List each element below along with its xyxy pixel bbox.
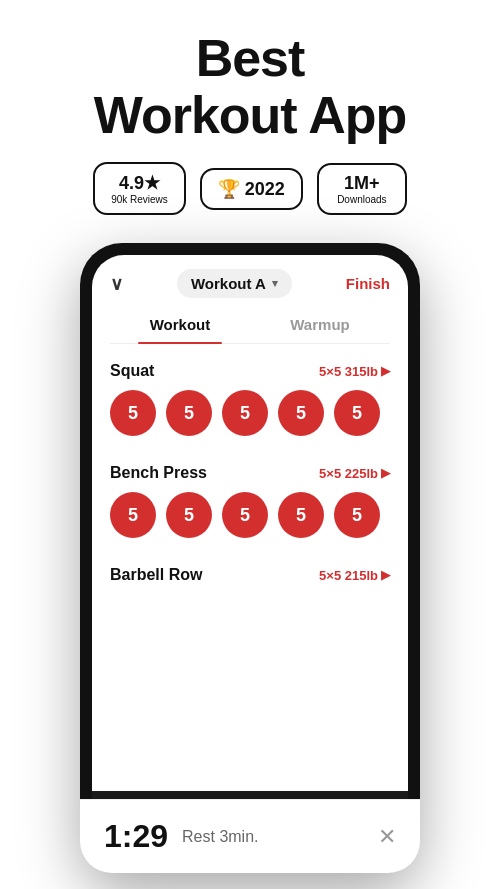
phone-screen: ∨ Workout A ▾ Finish Workout Warmup: [92, 255, 408, 861]
timer-left: 1:29 Rest 3min.: [104, 818, 259, 855]
bench-sets-row: 5 5 5 5 5: [110, 492, 390, 538]
exercise-barbell-row: Barbell Row 5×5 215lb ▶: [92, 556, 408, 600]
app-title: Best Workout App: [20, 30, 480, 144]
set-circle[interactable]: 5: [278, 492, 324, 538]
squat-name: Squat: [110, 362, 154, 380]
award-badge: 🏆 2022: [200, 168, 303, 210]
set-circle[interactable]: 5: [278, 390, 324, 436]
finish-button[interactable]: Finish: [346, 275, 390, 292]
award-value: 🏆 2022: [218, 178, 285, 200]
exercise-squat: Squat 5×5 315lb ▶ 5 5 5 5 5: [92, 352, 408, 454]
downloads-sub: Downloads: [337, 194, 386, 205]
bench-sets-label[interactable]: 5×5 225lb ▶: [319, 466, 390, 481]
set-circle[interactable]: 5: [110, 492, 156, 538]
exercise-bench-press: Bench Press 5×5 225lb ▶ 5 5 5 5 5: [92, 454, 408, 556]
tab-warmup[interactable]: Warmup: [250, 306, 390, 343]
bench-header: Bench Press 5×5 225lb ▶: [110, 464, 390, 482]
downloads-badge: 1M+ Downloads: [317, 163, 407, 215]
bench-name: Bench Press: [110, 464, 207, 482]
workout-selector-label: Workout A: [191, 275, 266, 292]
set-circle[interactable]: 5: [222, 390, 268, 436]
chevron-right-icon: ▶: [381, 466, 390, 480]
phone-wrapper: ∨ Workout A ▾ Finish Workout Warmup: [0, 243, 500, 873]
badges-row: 4.9★ 90k Reviews 🏆 2022 1M+ Downloads: [20, 162, 480, 215]
rest-timer: 1:29 Rest 3min. ✕: [92, 799, 408, 861]
set-circle[interactable]: 5: [166, 492, 212, 538]
selector-arrow-icon: ▾: [272, 277, 278, 290]
squat-sets-row: 5 5 5 5 5: [110, 390, 390, 436]
set-circle[interactable]: 5: [334, 492, 380, 538]
title-line2: Workout App: [94, 86, 407, 144]
squat-sets-label[interactable]: 5×5 315lb ▶: [319, 364, 390, 379]
tab-workout[interactable]: Workout: [110, 306, 250, 343]
chevron-right-icon: ▶: [381, 568, 390, 582]
timer-time: 1:29: [104, 818, 168, 855]
squat-header: Squat 5×5 315lb ▶: [110, 362, 390, 380]
set-circle[interactable]: 5: [110, 390, 156, 436]
barbell-name: Barbell Row: [110, 566, 202, 584]
set-circle[interactable]: 5: [166, 390, 212, 436]
set-circle[interactable]: 5: [334, 390, 380, 436]
title-line1: Best: [196, 29, 305, 87]
phone-mockup: ∨ Workout A ▾ Finish Workout Warmup: [80, 243, 420, 873]
workout-selector[interactable]: Workout A ▾: [177, 269, 292, 298]
timer-close-button[interactable]: ✕: [378, 824, 396, 850]
barbell-header: Barbell Row 5×5 215lb ▶: [110, 566, 390, 584]
timer-label: Rest 3min.: [182, 828, 258, 846]
tabs-bar: Workout Warmup: [110, 306, 390, 344]
set-circle[interactable]: 5: [222, 492, 268, 538]
downloads-value: 1M+: [344, 173, 380, 194]
app-header: ∨ Workout A ▾ Finish: [92, 255, 408, 306]
chevron-right-icon: ▶: [381, 364, 390, 378]
rating-value: 4.9★: [119, 172, 160, 194]
barbell-sets-label[interactable]: 5×5 215lb ▶: [319, 568, 390, 583]
rating-sub: 90k Reviews: [111, 194, 168, 205]
exercises-list: Squat 5×5 315lb ▶ 5 5 5 5 5: [92, 344, 408, 791]
rating-badge: 4.9★ 90k Reviews: [93, 162, 186, 215]
chevron-down-icon[interactable]: ∨: [110, 273, 123, 295]
header-section: Best Workout App 4.9★ 90k Reviews 🏆 2022…: [0, 0, 500, 233]
